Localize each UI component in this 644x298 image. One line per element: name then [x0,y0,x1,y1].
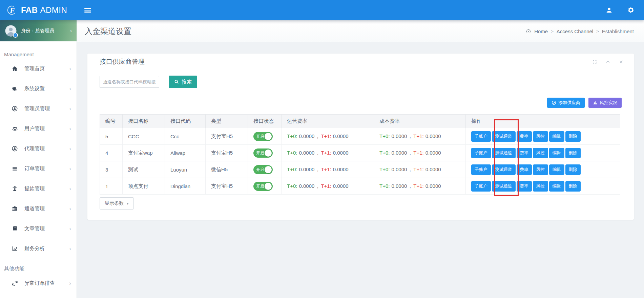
sidebar-toggle-icon[interactable] [84,8,91,13]
edit-button[interactable]: 编辑 [549,148,564,158]
test-channel-button[interactable]: 测试通道 [492,131,516,142]
rate-button[interactable]: 费率 [517,131,532,142]
user-secret-icon [12,185,20,192]
risk-control-button[interactable]: 风控 [533,164,548,175]
sidebar-item-system-settings[interactable]: 系统设置› [0,79,77,99]
t1-value: 0.0000 [425,166,441,172]
sidebar-item-withdrawal-management[interactable]: 提款管理› [0,179,77,199]
cell-actions: 子账户测试通道费率风控编辑删除 [466,145,620,161]
breadcrumb-item: Establishment [602,28,634,34]
settings-gear-icon[interactable] [627,6,635,14]
status-toggle[interactable]: 开启 [253,148,273,158]
delete-button[interactable]: 删除 [565,148,581,158]
delete-button[interactable]: 删除 [565,181,581,192]
sidebar-item-abnormal-order-check[interactable]: 异常订单排查› [0,273,77,293]
test-channel-button[interactable]: 测试通道 [492,164,516,175]
rate-button[interactable]: 费率 [517,148,532,158]
status-toggle[interactable]: 开启 [253,132,273,141]
edit-button[interactable]: 编辑 [549,131,564,142]
user-circle-icon [12,145,20,152]
fab-logo-icon: F [6,4,18,16]
collapse-icon[interactable] [605,59,610,64]
search-input[interactable] [100,76,159,88]
risk-control-button[interactable]: 风控 [533,181,548,192]
card-title: 接口供应商管理 [100,57,145,66]
status-toggle[interactable]: 开启 [253,182,273,191]
expand-icon[interactable] [592,59,597,64]
rate-button[interactable]: 费率 [517,181,532,192]
table-row: 5CCCCcc支付宝H5开启T+0:0.0000，T+1:0.0000T+0:0… [100,128,620,145]
sidebar-item-admin-management[interactable]: 管理员管理› [0,99,77,119]
search-button[interactable]: 搜索 [169,76,197,88]
sidebar-item-financial-analysis[interactable]: 财务分析› [0,239,77,259]
rate-separator: ， [408,166,413,172]
cell-actions: 子账户测试通道费率风控编辑删除 [466,128,620,145]
t0-value: 0.0000 [391,183,407,189]
test-channel-button[interactable]: 测试通道 [492,148,516,158]
cell-interface-name: 顶点支付 [123,178,165,195]
profile-role-label: 身份：总管理员 [21,28,66,34]
subaccount-button[interactable]: 子账户 [471,164,491,175]
refresh-icon [12,280,20,286]
breadcrumb-item[interactable]: Home [534,28,548,34]
breadcrumb-separator: > [596,29,599,34]
sidebar-item-channel-management[interactable]: 通道管理› [0,199,77,219]
toggle-knob [265,166,272,173]
user-icon[interactable] [605,6,613,14]
sidebar-item-label: 通道管理 [24,205,69,212]
column-header: 操作 [466,115,620,128]
sidebar-item-user-management[interactable]: 用户管理› [0,119,77,139]
user-circle-icon [12,105,20,112]
risk-control-button[interactable]: 风控 [533,148,548,158]
sidebar-item-article-management[interactable]: 文章管理› [0,219,77,239]
cell-cost-rate: T+0:0.0000，T+1:0.0000 [374,145,466,161]
search-icon [174,79,179,84]
dashboard-icon [526,28,531,34]
sidebar-item-label: 订单管理 [24,165,69,172]
card-header: 接口供应商管理 [87,54,634,70]
toggle-on-label: 开启 [256,167,264,173]
brand[interactable]: F FABADMIN [0,4,77,16]
sidebar-item-agent-management[interactable]: 代理管理› [0,139,77,159]
page-size-dropdown[interactable]: 显示条数 ▾ [100,197,134,210]
delete-button[interactable]: 删除 [565,131,581,142]
subaccount-button[interactable]: 子账户 [471,131,491,142]
top-navbar: F FABADMIN [0,0,644,20]
rate-button[interactable]: 费率 [517,164,532,175]
warning-triangle-icon [593,100,598,105]
cell-interface-name: CCC [123,128,165,145]
suppliers-table: 编号接口名称接口代码类型接口状态运营费率成本费率操作 5CCCCcc支付宝H5开… [100,114,620,195]
risk-control-button[interactable]: 风控 [533,131,548,142]
t1-value: 0.0000 [425,150,441,156]
cell-cost-rate: T+0:0.0000，T+1:0.0000 [374,178,466,195]
sidebar-item-label: 文章管理 [24,225,69,232]
sidebar-item-order-management[interactable]: 订单管理› [0,159,77,179]
t1-value: 0.0000 [425,133,441,139]
sidebar-item-dashboard[interactable]: 管理首页› [0,59,77,79]
risk-live-button[interactable]: 风控实况 [588,98,622,108]
test-channel-button[interactable]: 测试通道 [492,181,516,192]
chevron-down-icon: ▾ [127,201,129,206]
column-header: 接口代码 [165,115,206,128]
cell-interface-name: 支付宝wap [123,145,165,161]
menu-section-label: 其他功能 [4,265,77,272]
close-icon[interactable] [619,59,624,64]
add-supplier-button[interactable]: 添加供应商 [547,98,585,108]
edit-button[interactable]: 编辑 [549,181,564,192]
status-toggle[interactable]: 开启 [253,165,273,174]
subaccount-button[interactable]: 子账户 [471,181,491,192]
rate-separator: ， [408,133,413,139]
profile-panel[interactable]: ✓ 身份：总管理员 › [0,20,77,41]
sidebar-item-label: 系统设置 [24,85,69,92]
cell-operating-rate: T+0:0.0000，T+1:0.0000 [282,145,374,161]
t1-value: 0.0000 [333,166,349,172]
toggle-on-label: 开启 [256,183,264,189]
toggle-knob [265,133,272,140]
rate-separator: ， [408,183,413,189]
cell-type: 支付宝H5 [206,145,248,161]
edit-button[interactable]: 编辑 [549,164,564,175]
subaccount-button[interactable]: 子账户 [471,148,491,158]
delete-button[interactable]: 删除 [565,164,581,175]
breadcrumb-item[interactable]: Access Channel [557,28,593,34]
sidebar-item-label: 财务分析 [24,245,69,252]
